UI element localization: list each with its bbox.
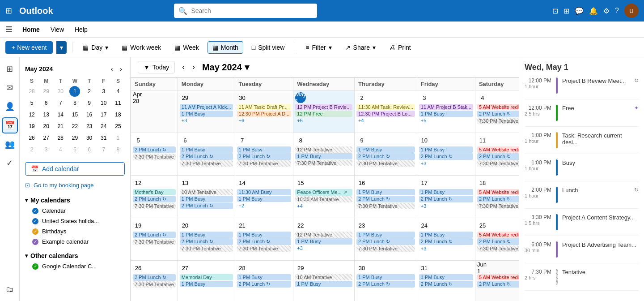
event-chip[interactable]: 2 PM Lunch ↻ [180,202,233,209]
event-chip[interactable]: 1 PM Busy [180,232,233,238]
tasks-icon-button[interactable]: ✓ [2,155,18,171]
mini-day[interactable]: 20 [41,121,51,132]
event-chip[interactable]: 11 AM Task: Draft Pr... [237,104,292,110]
help-icon[interactable]: ? [615,7,619,15]
event-chip[interactable]: 2 PM Lunch ↻ [237,153,292,160]
event-chip[interactable]: 1 PM Busy [295,153,352,159]
event-chip[interactable]: 1 PM Busy [419,232,473,238]
mini-day[interactable]: 29 [41,86,51,97]
sidebar-birthdays-item[interactable]: ✓ Birthdays [20,226,130,236]
more-events-link[interactable]: +6 [295,117,352,124]
event-chip[interactable]: 2 PM Lunch ↻ [180,238,233,245]
mini-day[interactable]: 30 [84,133,95,143]
event-chip[interactable]: 7:30 PM Tentative [356,160,415,167]
more-events-link[interactable]: +6 [237,117,292,124]
filter-button[interactable]: ≡ Filter ▾ [301,41,336,54]
agenda-content[interactable]: Lunch [562,187,630,203]
event-chip[interactable]: 2 PM Lunch ↻ [356,238,415,245]
mini-cal-next[interactable]: › [117,64,125,73]
cal-month-title[interactable]: May 2024 ▾ [202,62,249,73]
event-chip[interactable]: 2 PM Lunch ↻ [133,232,176,238]
day-may7[interactable]: 7 1 PM Busy 2 PM Lunch ↻ 7:30 PM Tentati… [235,133,294,176]
event-chip[interactable]: 10 AM Tentative [180,189,233,195]
more-events-link[interactable]: +4 [295,203,352,209]
mini-day[interactable]: 15 [69,109,80,120]
more-events-link[interactable]: +3 [419,160,473,167]
event-chip[interactable]: 1 PM Busy [180,196,233,202]
event-chip[interactable]: 10:30 AM Tentative [295,196,352,202]
my-calendars-header[interactable]: ▾ My calendars [20,195,130,206]
day-may31[interactable]: 31 1 PM Busy 2 PM Lunch ↻ [417,261,475,301]
event-chip[interactable]: 7:30 PM Tentative [133,239,176,245]
mini-day[interactable]: 8 [113,144,123,155]
share-button[interactable]: ↗ Share ▾ [340,41,381,54]
mini-day[interactable]: 18 [113,109,123,120]
apps-icon-button[interactable]: ⊞ [2,61,18,77]
event-chip[interactable]: 11:30 AM Busy [237,189,292,195]
agenda-content[interactable]: Busy [562,159,639,176]
event-chip[interactable]: 2 PM Lunch ↻ [477,281,519,288]
more-events-link[interactable]: +4 [356,117,415,124]
mini-day[interactable]: 27 [41,133,51,143]
day-may24[interactable]: 24 1 PM Busy 2 PM Lunch ↻ +3 [417,218,475,261]
event-chip[interactable]: 7:30 PM Tentative [133,154,176,160]
mini-day[interactable]: 31 [98,133,109,143]
event-chip[interactable]: 11:30 AM Task: Review... [356,104,415,110]
mini-day[interactable]: 12 [26,109,37,120]
event-chip[interactable]: 1 PM Busy [419,274,473,280]
event-chip[interactable]: 1 PM Busy [237,196,292,202]
day-may27[interactable]: 27 Memorial Day 1 PM Busy [178,261,235,301]
mini-day[interactable]: 24 [98,121,109,132]
event-chip[interactable]: 5 AM Website redi... [477,274,519,280]
day-may25[interactable]: 25 5 AM Website redi... 2 PM Lunch ↻ 7:3… [475,218,519,261]
event-chip[interactable]: 7:30 PM Tentative [477,118,519,124]
sidebar-usholidays-item[interactable]: ✓ United States holida... [20,216,130,226]
more-events-link[interactable]: +3 [419,203,473,209]
event-chip[interactable]: 1 PM Busy [237,232,292,238]
day-may28[interactable]: 28 1 PM Busy 2 PM Lunch ↻ [235,261,294,301]
mini-day[interactable]: 3 [41,144,51,155]
booking-page-link[interactable]: ⊡ Go to my booking page [20,179,130,191]
chat-icon[interactable]: 💬 [575,7,584,15]
event-chip[interactable]: 10 AM Tentative [295,274,352,280]
event-chip[interactable]: 5 AM Website redi... [477,146,519,153]
mini-day[interactable]: 8 [69,98,80,108]
sidebar-google-item[interactable]: ✓ Google Calendar C... [20,261,130,271]
event-chip[interactable]: 2 PM Lunch ↻ [237,281,292,288]
day-may17[interactable]: 17 1 PM Busy 2 PM Lunch ↻ +3 [417,176,475,218]
day-may30[interactable]: 30 1 PM Busy 2 PM Lunch ↻ [355,261,417,301]
mini-day[interactable]: 22 [69,121,80,132]
mini-day[interactable]: 1 [113,133,123,143]
day-may2[interactable]: 2 11:30 AM Task: Review... 12:30 PM Proj… [355,90,417,133]
day-may4[interactable]: 4 5 AM Website redi... 2 PM Lunch ↻ 7:30… [475,90,519,133]
agenda-content[interactable]: Project A Content Strategy... [562,214,639,230]
day-may9[interactable]: 9 1 PM Busy 2 PM Lunch ↻ 7:30 PM Tentati… [355,133,417,176]
day-jun1[interactable]: Jun 1 5 AM Website redi... 2 PM Lunch ↻ [475,261,519,301]
event-chip[interactable]: 2 PM Lunch ↻ [419,153,473,160]
new-event-dropdown[interactable]: ▾ [56,41,67,54]
day-may5[interactable]: 5 2 PM Lunch ↻ 7:30 PM Tentative [131,133,178,176]
event-chip[interactable]: 2 PM Lunch ↻ [419,196,473,202]
grid-icon[interactable]: ⊞ [564,7,569,15]
week-view-button[interactable]: ▦ Week [169,41,204,54]
mini-day[interactable]: 25 [113,121,123,132]
event-chip[interactable]: 1 PM Busy [237,146,292,153]
day-view-button[interactable]: ▦ Day ▾ [78,41,113,54]
mini-day[interactable]: 5 [69,144,80,155]
contacts-icon-button[interactable]: 👤 [2,99,18,115]
more-events-link[interactable]: +5 [419,117,473,124]
day-may14[interactable]: 14 11:30 AM Busy 1 PM Busy +2 [235,176,294,218]
event-chip[interactable]: 2 PM Lunch ↻ [180,153,233,160]
hamburger-icon[interactable]: ☰ [5,25,13,34]
bell-icon[interactable]: 🔔 [589,7,598,15]
present-icon[interactable]: ⊡ [552,7,558,15]
mail-icon-button[interactable]: ✉ [2,80,18,96]
event-chip[interactable]: 2 PM Lunch ↻ [133,146,176,153]
agenda-content[interactable]: Free [562,105,630,121]
event-chip[interactable]: 2 PM Lunch ↻ [477,238,519,245]
mini-day[interactable]: 6 [41,98,51,108]
day-apr28[interactable]: Apr 28 [131,90,178,133]
event-chip[interactable]: 2 PM Lunch ↻ [133,196,176,202]
mini-day[interactable]: 7 [55,98,66,108]
event-chip[interactable]: 7:30 PM Tentative [180,245,233,252]
